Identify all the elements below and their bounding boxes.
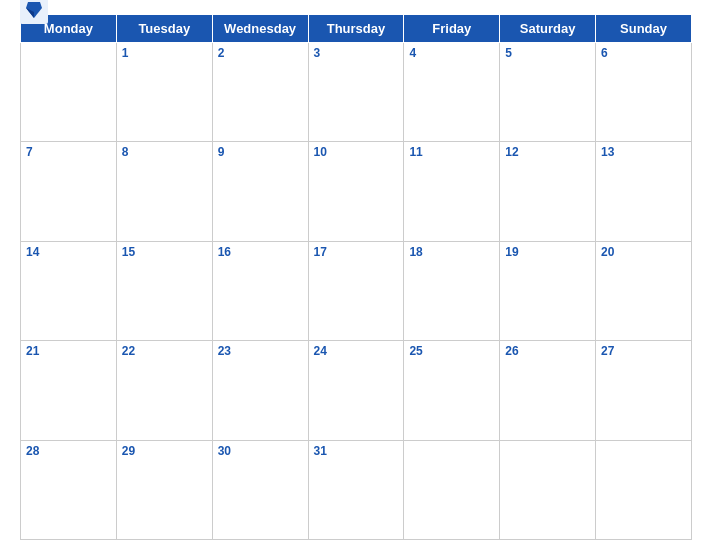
day-number: 27 — [601, 344, 614, 358]
calendar-cell: 22 — [116, 341, 212, 440]
day-number: 15 — [122, 245, 135, 259]
calendar-cell — [21, 43, 117, 142]
calendar-cell — [404, 440, 500, 539]
calendar-cell: 29 — [116, 440, 212, 539]
day-number: 5 — [505, 46, 512, 60]
calendar-cell: 31 — [308, 440, 404, 539]
day-number: 2 — [218, 46, 225, 60]
day-number: 14 — [26, 245, 39, 259]
calendar-cell — [500, 440, 596, 539]
day-number: 16 — [218, 245, 231, 259]
day-number: 22 — [122, 344, 135, 358]
day-number: 17 — [314, 245, 327, 259]
day-number: 20 — [601, 245, 614, 259]
day-number: 29 — [122, 444, 135, 458]
day-number: 13 — [601, 145, 614, 159]
calendar-cell: 20 — [596, 241, 692, 340]
day-number: 12 — [505, 145, 518, 159]
calendar-cell: 15 — [116, 241, 212, 340]
calendar-cell: 28 — [21, 440, 117, 539]
weekday-header-saturday: Saturday — [500, 15, 596, 43]
calendar-cell: 11 — [404, 142, 500, 241]
calendar-cell: 5 — [500, 43, 596, 142]
calendar-cell: 18 — [404, 241, 500, 340]
calendar-cell: 24 — [308, 341, 404, 440]
calendar-cell: 6 — [596, 43, 692, 142]
day-number: 11 — [409, 145, 422, 159]
calendar-cell: 13 — [596, 142, 692, 241]
calendar-cell: 25 — [404, 341, 500, 440]
calendar-cell: 14 — [21, 241, 117, 340]
weekday-header-friday: Friday — [404, 15, 500, 43]
calendar-cell: 27 — [596, 341, 692, 440]
weekday-header-sunday: Sunday — [596, 15, 692, 43]
calendar-cell: 17 — [308, 241, 404, 340]
calendar-cell: 19 — [500, 241, 596, 340]
calendar-cell: 16 — [212, 241, 308, 340]
day-number: 18 — [409, 245, 422, 259]
day-number: 4 — [409, 46, 416, 60]
calendar-cell: 4 — [404, 43, 500, 142]
calendar-cell — [596, 440, 692, 539]
calendar-cell: 3 — [308, 43, 404, 142]
calendar-cell: 9 — [212, 142, 308, 241]
weekday-header-wednesday: Wednesday — [212, 15, 308, 43]
logo — [20, 0, 52, 24]
day-number: 24 — [314, 344, 327, 358]
weekday-header-thursday: Thursday — [308, 15, 404, 43]
calendar-cell: 26 — [500, 341, 596, 440]
calendar-cell: 12 — [500, 142, 596, 241]
calendar-cell: 8 — [116, 142, 212, 241]
day-number: 19 — [505, 245, 518, 259]
day-number: 21 — [26, 344, 39, 358]
logo-icon — [20, 0, 48, 24]
day-number: 28 — [26, 444, 39, 458]
calendar-cell: 30 — [212, 440, 308, 539]
calendar-cell: 1 — [116, 43, 212, 142]
day-number: 6 — [601, 46, 608, 60]
day-number: 8 — [122, 145, 129, 159]
weekday-header-tuesday: Tuesday — [116, 15, 212, 43]
calendar-cell: 2 — [212, 43, 308, 142]
day-number: 23 — [218, 344, 231, 358]
calendar-cell: 7 — [21, 142, 117, 241]
day-number: 1 — [122, 46, 129, 60]
calendar-cell: 23 — [212, 341, 308, 440]
day-number: 3 — [314, 46, 321, 60]
day-number: 9 — [218, 145, 225, 159]
day-number: 10 — [314, 145, 327, 159]
day-number: 25 — [409, 344, 422, 358]
day-number: 31 — [314, 444, 327, 458]
calendar-table: MondayTuesdayWednesdayThursdayFridaySatu… — [20, 14, 692, 540]
calendar-cell: 10 — [308, 142, 404, 241]
day-number: 30 — [218, 444, 231, 458]
day-number: 26 — [505, 344, 518, 358]
day-number: 7 — [26, 145, 33, 159]
calendar-cell: 21 — [21, 341, 117, 440]
